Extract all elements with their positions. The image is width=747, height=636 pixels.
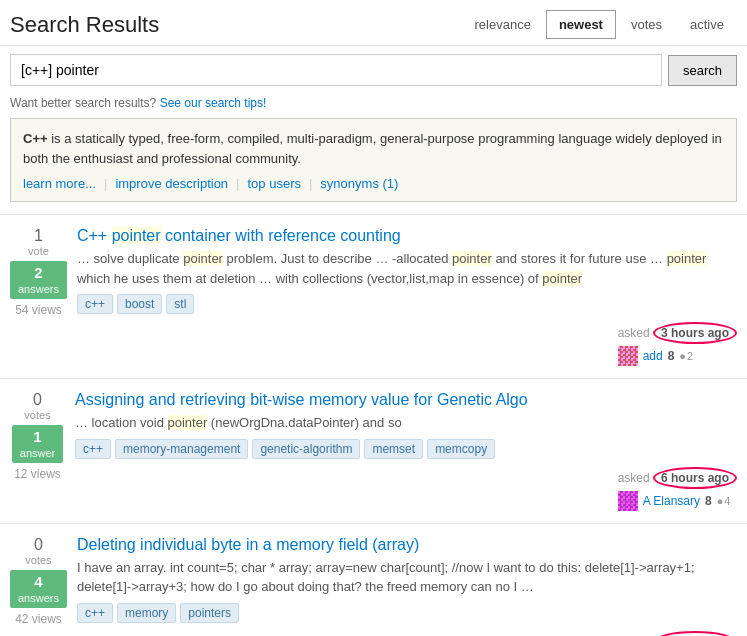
result-body: C++ pointer container with reference cou… bbox=[77, 227, 737, 366]
sort-tab-relevance[interactable]: relevance bbox=[462, 10, 544, 39]
result-item: 1 vote 2 answers 54 views C++ pointer co… bbox=[0, 214, 747, 378]
user-rep: 8 bbox=[705, 494, 712, 508]
answer-label: answers bbox=[18, 592, 59, 604]
highlight: pointer bbox=[112, 227, 161, 244]
vote-number: 0 bbox=[24, 391, 50, 409]
tag-info-links: learn more... | improve description | to… bbox=[23, 176, 724, 191]
vote-count: 0 votes bbox=[25, 536, 51, 566]
result-title-link[interactable]: Assigning and retrieving bit-wise memory… bbox=[75, 391, 528, 408]
time-badge: 6 hours ago bbox=[653, 467, 737, 489]
result-excerpt: … solve duplicate pointer problem. Just … bbox=[77, 249, 737, 288]
views-count: 42 views bbox=[15, 612, 62, 626]
badge-silver-icon bbox=[679, 350, 687, 362]
user-badges: 4 bbox=[717, 495, 731, 507]
result-excerpt: I have an array. int count=5; char * arr… bbox=[77, 558, 737, 597]
result-stats: 1 vote 2 answers 54 views bbox=[10, 227, 67, 366]
avatar bbox=[618, 346, 638, 366]
tag[interactable]: c++ bbox=[77, 294, 113, 314]
search-tip: Want better search results? See our sear… bbox=[0, 94, 747, 118]
tag[interactable]: memory bbox=[117, 603, 176, 623]
asked-time: asked 7 hours ago bbox=[605, 631, 737, 637]
vote-label: votes bbox=[25, 554, 51, 566]
result-title-link[interactable]: C++ pointer container with reference cou… bbox=[77, 227, 401, 244]
result-meta: asked 6 hours ago A Elansary 8 4 bbox=[75, 467, 737, 511]
vote-number: 0 bbox=[25, 536, 51, 554]
tag-list: c++ memory-management genetic-algorithm … bbox=[75, 439, 737, 459]
tag-info-box: C++ is a statically typed, free-form, co… bbox=[10, 118, 737, 202]
search-tips-link[interactable]: See our search tips! bbox=[160, 96, 267, 110]
meta-right: asked 6 hours ago A Elansary 8 4 bbox=[618, 467, 737, 511]
search-input[interactable] bbox=[10, 54, 662, 86]
tag-info-description: C++ is a statically typed, free-form, co… bbox=[23, 129, 724, 168]
answer-count: 4 answers bbox=[10, 570, 67, 608]
tag-top-users-link[interactable]: top users bbox=[247, 176, 300, 191]
user-rep: 8 bbox=[668, 349, 675, 363]
meta-right: asked 3 hours ago add 8 2 bbox=[618, 322, 737, 366]
answer-number: 2 bbox=[18, 264, 59, 281]
answer-label: answer bbox=[20, 447, 55, 459]
tag-list: c++ boost stl bbox=[77, 294, 737, 314]
highlight: pointer bbox=[667, 251, 707, 266]
result-excerpt: … location void pointer (newOrgDna.dataP… bbox=[75, 413, 737, 433]
sort-tab-newest[interactable]: newest bbox=[546, 10, 616, 39]
highlight: pointer bbox=[542, 271, 582, 286]
tag[interactable]: memcopy bbox=[427, 439, 495, 459]
answer-count: 2 answers bbox=[10, 261, 67, 299]
result-stats: 0 votes 1 answer 12 views bbox=[10, 391, 65, 511]
answer-label: answers bbox=[18, 283, 59, 295]
sort-tab-active[interactable]: active bbox=[677, 10, 737, 39]
user-info: A Elansary 8 4 bbox=[618, 491, 737, 511]
tag-improve-description-link[interactable]: improve description bbox=[115, 176, 228, 191]
tag-synonyms-link[interactable]: synonyms (1) bbox=[320, 176, 398, 191]
tag[interactable]: memset bbox=[364, 439, 423, 459]
avatar bbox=[618, 491, 638, 511]
tag-list: c++ memory pointers bbox=[77, 603, 737, 623]
vote-count: 0 votes bbox=[24, 391, 50, 421]
result-meta: asked 7 hours ago CLASSIFIED 44 3 bbox=[77, 631, 737, 637]
tag-learn-more-link[interactable]: learn more... bbox=[23, 176, 96, 191]
result-body: Deleting individual byte in a memory fie… bbox=[77, 536, 737, 637]
vote-count: 1 vote bbox=[28, 227, 49, 257]
tag[interactable]: pointers bbox=[180, 603, 239, 623]
result-meta: asked 3 hours ago add 8 2 bbox=[77, 322, 737, 366]
result-item: 0 votes 1 answer 12 views Assigning and … bbox=[0, 378, 747, 523]
answer-number: 1 bbox=[20, 428, 55, 445]
user-info: add 8 2 bbox=[618, 346, 737, 366]
tag[interactable]: boost bbox=[117, 294, 162, 314]
highlight: pointer bbox=[168, 415, 208, 430]
highlight: pointer bbox=[452, 251, 492, 266]
separator: | bbox=[236, 176, 239, 191]
result-title: Deleting individual byte in a memory fie… bbox=[77, 536, 737, 554]
result-body: Assigning and retrieving bit-wise memory… bbox=[75, 391, 737, 511]
highlight: pointer bbox=[183, 251, 223, 266]
vote-label: votes bbox=[24, 409, 50, 421]
meta-right: asked 7 hours ago CLASSIFIED 44 3 bbox=[605, 631, 737, 637]
tag[interactable]: c++ bbox=[77, 603, 113, 623]
result-title-link[interactable]: Deleting individual byte in a memory fie… bbox=[77, 536, 419, 553]
search-tip-text: Want better search results? bbox=[10, 96, 156, 110]
tag[interactable]: c++ bbox=[75, 439, 111, 459]
user-badges: 2 bbox=[679, 350, 693, 362]
tag[interactable]: genetic-algorithm bbox=[252, 439, 360, 459]
time-badge: 3 hours ago bbox=[653, 322, 737, 344]
search-bar: search bbox=[0, 46, 747, 94]
result-title: Assigning and retrieving bit-wise memory… bbox=[75, 391, 737, 409]
vote-number: 1 bbox=[28, 227, 49, 245]
views-count: 12 views bbox=[14, 467, 61, 481]
answer-count: 1 answer bbox=[12, 425, 63, 463]
user-name: A Elansary bbox=[643, 494, 700, 508]
sort-tab-votes[interactable]: votes bbox=[618, 10, 675, 39]
tag[interactable]: memory-management bbox=[115, 439, 248, 459]
page-header: Search Results relevance newest votes ac… bbox=[0, 0, 747, 46]
search-button[interactable]: search bbox=[668, 55, 737, 86]
result-stats: 0 votes 4 answers 42 views bbox=[10, 536, 67, 637]
tag-name: C++ bbox=[23, 131, 48, 146]
result-item: 0 votes 4 answers 42 views Deleting indi… bbox=[0, 523, 747, 637]
user-name: add bbox=[643, 349, 663, 363]
vote-label: vote bbox=[28, 245, 49, 257]
answer-number: 4 bbox=[18, 573, 59, 590]
time-badge: 7 hours ago bbox=[653, 631, 737, 637]
views-count: 54 views bbox=[15, 303, 62, 317]
page-title: Search Results bbox=[10, 12, 462, 38]
tag[interactable]: stl bbox=[166, 294, 194, 314]
